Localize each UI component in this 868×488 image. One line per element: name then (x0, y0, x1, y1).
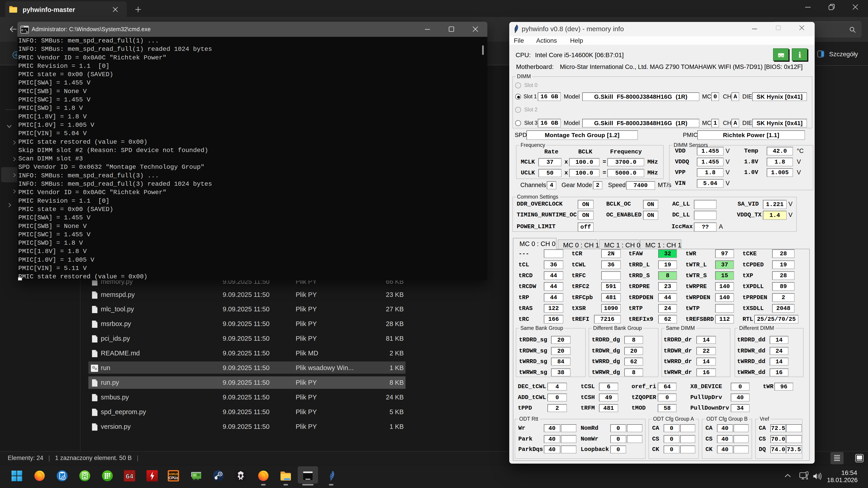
svg-text:AORUS: AORUS (168, 473, 179, 476)
svg-text:C:\: C:\ (22, 29, 27, 32)
svg-text:64: 64 (126, 473, 133, 480)
svg-text:CPUz: CPUz (168, 476, 178, 480)
